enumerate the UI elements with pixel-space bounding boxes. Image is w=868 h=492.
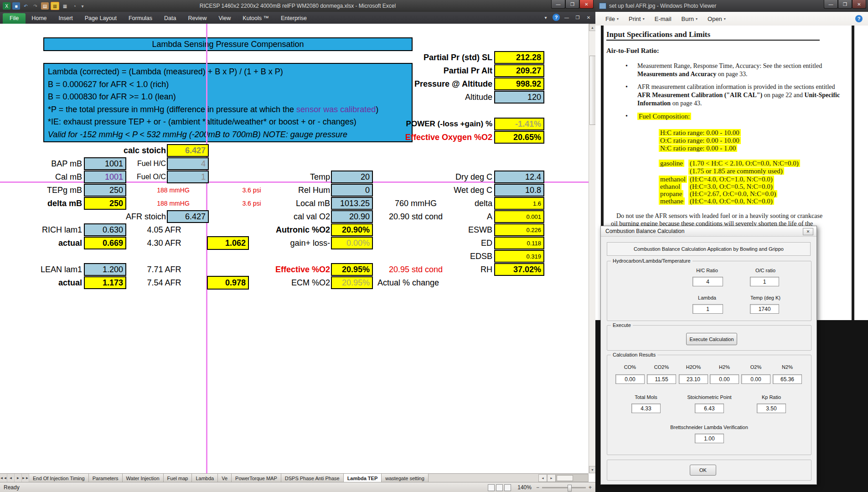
qat-dropdown-icon[interactable]: ▾ <box>80 2 85 10</box>
sheet-tab-lambda-tep[interactable]: Lambda TEP <box>344 474 382 482</box>
ribbon-tab-file[interactable]: File <box>3 13 26 24</box>
cell-fuel-hc[interactable]: 4 <box>167 157 209 170</box>
ribbon-tab-page-layout[interactable]: Page Layout <box>79 13 123 24</box>
gridlines-icon[interactable]: ▦ <box>51 2 59 10</box>
ribbon-tab-view[interactable]: View <box>212 13 237 24</box>
cell-edsb[interactable]: 0.319 <box>494 250 544 263</box>
vertical-scroll-thumb[interactable] <box>589 56 596 125</box>
dialog-titlebar[interactable]: Combustion Balance Calculation ✕ <box>601 226 816 237</box>
cell-factor-lean[interactable]: 0.978 <box>207 276 249 290</box>
workbook-minimize-icon[interactable]: — <box>563 14 571 21</box>
cell-rich-lam1[interactable]: 0.630 <box>84 223 126 236</box>
sheet-tab-fuel-map[interactable]: Fuel map <box>164 474 192 482</box>
cell-fuel-oc[interactable]: 1 <box>167 171 209 183</box>
cell-lean-actual[interactable]: 1.173 <box>84 276 126 289</box>
cell-delta-right[interactable]: 1.6 <box>494 197 544 210</box>
cell-rich-actual[interactable]: 0.669 <box>84 237 126 249</box>
menu-open[interactable]: Open▾ <box>708 16 726 22</box>
ribbon-tab-insert[interactable]: Insert <box>53 13 79 24</box>
cell-ed[interactable]: 0.118 <box>494 237 544 249</box>
cell-rh[interactable]: 37.02% <box>494 263 544 276</box>
cell-ecm-o2[interactable]: 20.95% <box>331 276 373 289</box>
menu-burn[interactable]: Burn▾ <box>682 16 698 22</box>
input-lambda[interactable]: 1 <box>692 304 723 314</box>
cell-effective-o2[interactable]: 20.95% <box>331 263 373 276</box>
pv-maximize-button[interactable]: ❐ <box>838 0 852 9</box>
tab-next-icon[interactable]: ► <box>15 474 22 482</box>
view-page-break-icon[interactable] <box>504 484 511 491</box>
sheet-tab-water-injection[interactable]: Water Injection <box>123 474 164 482</box>
cell-partial-pr-std-sl[interactable]: 212.28 <box>494 51 544 64</box>
ribbon-tab-enterprise[interactable]: Enterprise <box>275 13 313 24</box>
horizontal-scroll-thumb[interactable] <box>557 475 573 481</box>
pv-help-icon[interactable]: ? <box>855 15 863 22</box>
menu-file[interactable]: File▾ <box>605 16 619 22</box>
pv-minimize-button[interactable]: — <box>824 0 838 9</box>
horizontal-scroll-track[interactable] <box>556 474 589 482</box>
zoom-in-icon[interactable]: + <box>589 484 592 491</box>
cell-temp[interactable]: 20 <box>331 171 373 183</box>
sheet-tab-wastegate-setting[interactable]: wastegate setting <box>382 474 429 482</box>
sheet-tab-end-of-injection-timing[interactable]: End Of Injection Timing <box>29 474 89 482</box>
execute-calculation-button[interactable]: Execute Calculation <box>686 333 737 345</box>
view-page-layout-icon[interactable] <box>496 484 503 491</box>
cell-tepg[interactable]: 250 <box>84 184 126 197</box>
horizontal-scrollbar[interactable]: ◄ ► <box>538 474 589 482</box>
cell-effective-oxygen[interactable]: 20.65% <box>494 131 544 144</box>
save-icon[interactable]: ■ <box>12 2 20 10</box>
input-temp-deg-k[interactable]: 1740 <box>750 304 779 314</box>
cell-power[interactable]: -1.41% <box>494 118 544 130</box>
ribbon-tab-formulas[interactable]: Formulas <box>123 13 158 24</box>
ribbon-tab-data[interactable]: Data <box>158 13 182 24</box>
ribbon-tab-review[interactable]: Review <box>182 13 212 24</box>
cell-delta-mb[interactable]: 250 <box>84 197 126 210</box>
cell-partial-pr-alt[interactable]: 209.27 <box>494 64 544 77</box>
paste-icon[interactable]: ▤ <box>41 2 49 10</box>
sheet-tab-lambda[interactable]: Lambda <box>192 474 218 482</box>
scroll-left-icon[interactable]: ◄ <box>538 474 547 482</box>
ribbon-tab-kutools[interactable]: Kutools ™ <box>237 13 275 24</box>
cell-local-mb[interactable]: 1013.25 <box>331 197 373 210</box>
cell-rel-hum[interactable]: 0 <box>331 184 373 197</box>
cell-cal-val-o2[interactable]: 20.90 <box>331 210 373 223</box>
sheet-tab-dsps-phase-anti-phase[interactable]: DSPS Phase Anti Phase <box>281 474 344 482</box>
tab-first-icon[interactable]: ◄◄ <box>0 474 7 482</box>
cell-lean-lam1[interactable]: 1.200 <box>84 263 126 276</box>
workbook-restore-icon[interactable]: ❐ <box>574 14 582 21</box>
ok-button[interactable]: OK <box>690 465 716 476</box>
zoom-slider-thumb[interactable] <box>568 485 572 492</box>
close-button[interactable]: ✕ <box>579 0 594 9</box>
cell-gain-loss[interactable]: 0.00% <box>331 237 373 249</box>
cell-eswb[interactable]: 0.226 <box>494 223 544 236</box>
redo-icon[interactable]: ↷ <box>31 2 39 10</box>
help-icon[interactable]: ? <box>553 14 560 21</box>
ribbon-tab-home[interactable]: Home <box>26 13 52 24</box>
cell-calc-stoich[interactable]: 6.427 <box>167 144 209 157</box>
scroll-down-icon[interactable]: ▼ <box>589 466 596 473</box>
cell-altitude[interactable]: 120 <box>494 91 544 104</box>
tab-prev-icon[interactable]: ◄ <box>7 474 15 482</box>
workbook-close-icon[interactable]: ✕ <box>584 14 593 21</box>
sheet-tab-powertorque-map[interactable]: PowerTorque MAP <box>232 474 281 482</box>
view-normal-icon[interactable] <box>488 484 495 491</box>
undo-icon[interactable]: ↶ <box>22 2 30 10</box>
spreadsheet[interactable]: Lambda Sensing Pressure Compensation Lam… <box>0 24 589 473</box>
menu-print[interactable]: Print▾ <box>629 16 645 22</box>
scroll-up-icon[interactable]: ▲ <box>589 24 596 31</box>
clock-icon[interactable]: ◔ <box>71 2 78 10</box>
minimize-button[interactable]: — <box>551 0 565 9</box>
scroll-right-icon[interactable]: ► <box>547 474 556 482</box>
input-oc-ratio[interactable]: 1 <box>750 277 779 286</box>
cell-a[interactable]: 0.001 <box>494 210 544 223</box>
vertical-scrollbar[interactable]: ▲ ▼ <box>589 24 596 473</box>
zoom-level[interactable]: 140% <box>517 484 532 491</box>
zoom-out-icon[interactable]: − <box>536 484 539 491</box>
cell-afr-stoich[interactable]: 6.427 <box>167 210 209 223</box>
cell-wet-deg-c[interactable]: 10.8 <box>494 184 544 197</box>
cell-dry-deg-c[interactable]: 12.4 <box>494 171 544 183</box>
cell-pressure-at-altitude[interactable]: 998.92 <box>494 78 544 90</box>
menu-email[interactable]: E-mail <box>655 16 672 22</box>
excel-titlebar[interactable]: X ■ ↶ ↷ ▤ ▦ ▦ ◔ ▾ RICESP 1460x2 2200x2 4… <box>0 0 595 12</box>
dialog-close-icon[interactable]: ✕ <box>803 228 813 235</box>
sheet-tab-ve[interactable]: Ve <box>218 474 232 482</box>
